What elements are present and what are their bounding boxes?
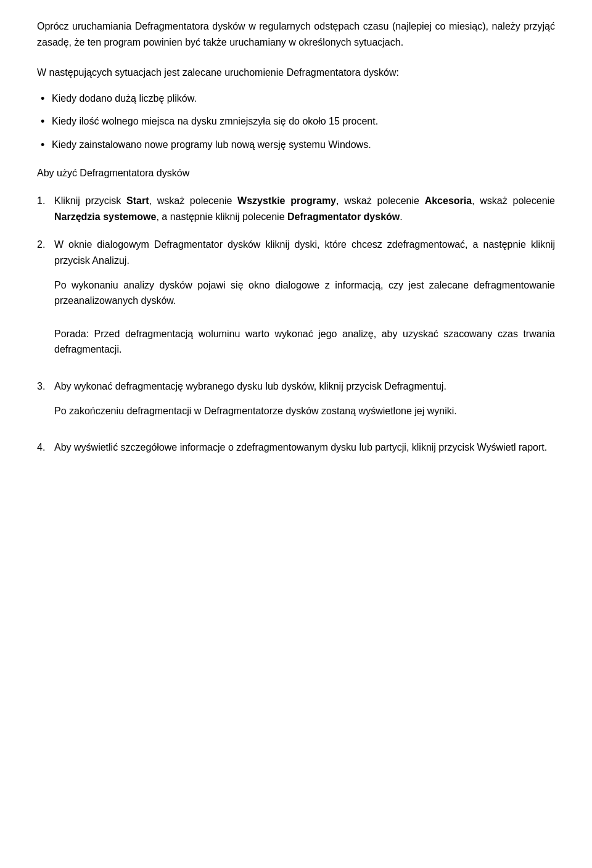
bold-wszystkie: Wszystkie programy [237,195,336,206]
bold-narzedzia: Narzędzia systemowe [54,211,156,222]
bullet-item-2-text: Kiedy ilość wolnego miejsca na dysku zmn… [52,116,378,126]
list-item-3: 3. Aby wykonać defragmentację wybranego … [37,379,555,427]
list-content-1: Kliknij przycisk Start, wskaż polecenie … [54,193,555,224]
bold-start: Start [126,195,149,206]
list-item-1: 1. Kliknij przycisk Start, wskaż polecen… [37,193,555,224]
list-content-3: Aby wykonać defragmentację wybranego dys… [54,379,446,395]
section-heading: W następujących sytuacjach jest zalecane… [37,65,555,81]
list-item-2: 2. W oknie dialogowym Defragmentator dys… [37,237,555,366]
intro-paragraph: Oprócz uruchamiania Defragmentatora dysk… [37,18,555,50]
list-content-4: Aby wyświetlić szczegółowe informacje o … [54,440,555,456]
bullet-item-1-text: Kiedy dodano dużą liczbę plików. [52,93,197,104]
page-container: Oprócz uruchamiania Defragmentatora dysk… [0,0,592,868]
list-tip-2: Porada: Przed defragmentacją woluminu wa… [54,326,555,358]
list-note-2: Po wykonaniu analizy dysków pojawi się o… [54,277,555,309]
bold-defragmentator: Defragmentator dysków [287,211,400,222]
list-num-4: 4. [37,440,49,456]
list-num-2: 2. [37,237,49,253]
list-content-2: W oknie dialogowym Defragmentator dysków… [54,237,555,268]
list-item-4: 4. Aby wyświetlić szczegółowe informacje… [37,440,555,456]
numbered-list: 1. Kliknij przycisk Start, wskaż polecen… [37,193,555,456]
bullet-item-2: Kiedy ilość wolnego miejsca na dysku zmn… [37,113,555,129]
list-num-1: 1. [37,193,49,209]
list-note-3: Po zakończeniu defragmentacji w Defragme… [54,403,457,419]
bullet-item-3: Kiedy zainstalowano nowe programy lub no… [37,137,555,153]
bullet-item-3-text: Kiedy zainstalowano nowe programy lub no… [52,139,371,150]
list-num-3: 3. [37,379,49,395]
sub-heading: Aby użyć Defragmentatora dysków [37,165,555,181]
bold-akcesoria: Akcesoria [425,195,472,206]
bullet-list: Kiedy dodano dużą liczbę plików. Kiedy i… [37,91,555,153]
bullet-item-1: Kiedy dodano dużą liczbę plików. [37,91,555,107]
